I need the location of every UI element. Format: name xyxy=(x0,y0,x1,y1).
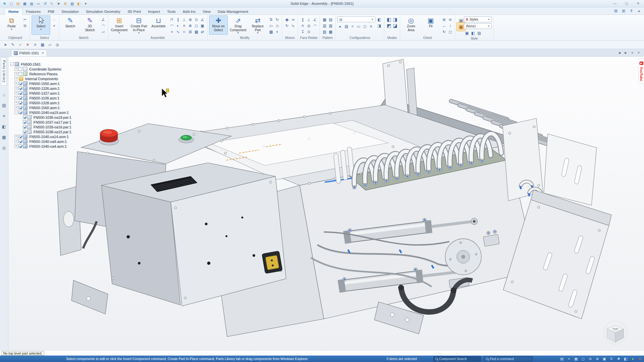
visibility-checkbox[interactable] xyxy=(19,111,22,114)
rotational-motor-icon[interactable]: ◉ xyxy=(284,16,290,23)
move-on-select-button[interactable]: ✚ Move on Select xyxy=(209,15,228,35)
tree-item-label[interactable]: Reference Planes xyxy=(28,72,58,76)
alternate-assemblies-icon[interactable]: ◧ xyxy=(1,124,7,130)
expand-icon[interactable]: + xyxy=(14,87,18,90)
emergency-stop-button[interactable] xyxy=(99,129,119,145)
connect-relation-icon[interactable]: ⊙ xyxy=(193,16,199,23)
visibility-checkbox[interactable] xyxy=(19,106,22,109)
background-style-icon[interactable]: ▤ xyxy=(476,30,482,36)
window-layout-icon[interactable]: ◧ xyxy=(76,1,82,6)
redo-icon[interactable]: ↻ xyxy=(49,1,54,6)
layers-panel-icon[interactable]: ▦ xyxy=(1,135,7,140)
component-search-input[interactable] xyxy=(439,357,476,361)
zoom-in-icon[interactable]: ⊕ xyxy=(441,16,447,23)
copy-icon[interactable]: ⧉ xyxy=(63,1,68,6)
fastener-system-icon[interactable]: ⊞ xyxy=(187,29,193,35)
tree-item[interactable]: FN500-1037-oa17.par:1 xyxy=(19,120,72,125)
expand-icon[interactable]: + xyxy=(14,135,18,138)
adjustable-mode-icon[interactable]: ◩ xyxy=(386,23,392,29)
pan-icon[interactable]: ↔ xyxy=(441,23,447,29)
maximize-button[interactable]: ▢ xyxy=(621,0,632,7)
cut-icon[interactable]: ✂ xyxy=(22,16,28,23)
face-style-icon[interactable]: ◧ xyxy=(470,30,476,36)
home-icon[interactable]: ⌂ xyxy=(1,92,7,98)
center-plane-icon[interactable]: ◻ xyxy=(193,23,199,29)
planar-align-icon[interactable]: ∥ xyxy=(175,16,181,23)
undo-icon[interactable]: ↺ xyxy=(43,1,48,6)
tree-item-label[interactable]: Coordinate Systems xyxy=(28,67,62,71)
tab-next-icon[interactable]: ▶ xyxy=(624,51,628,55)
align-component-icon[interactable]: ⌖ xyxy=(274,29,280,35)
find-command-input[interactable] xyxy=(490,357,527,361)
transfer-relation-icon[interactable]: ⇄ xyxy=(199,29,206,35)
match-coordinate-icon[interactable]: ⌖ xyxy=(169,29,175,35)
replace-part-button[interactable]: ⇄ Replace Part xyxy=(248,15,267,35)
coplanar-face-icon[interactable]: ⊙ xyxy=(306,29,312,35)
ribbon-tab-features[interactable]: Features xyxy=(23,8,44,14)
visibility-checkbox[interactable] xyxy=(19,101,22,105)
cam-relation-icon[interactable]: ◐ xyxy=(175,23,181,29)
tree-item[interactable]: FN500-1036-oa18.par:1 xyxy=(19,115,72,120)
print-icon[interactable]: ▭ xyxy=(36,1,41,6)
zoom-in-status-icon[interactable]: ⊕ xyxy=(595,356,600,361)
sheet-views-icon[interactable]: ◻ xyxy=(581,356,585,361)
visibility-checkbox[interactable] xyxy=(19,140,22,143)
sensors-panel-icon[interactable]: ◎ xyxy=(1,145,7,151)
simplify-mode-icon[interactable]: ◧ xyxy=(386,16,392,23)
visibility-checkbox[interactable] xyxy=(23,120,26,124)
edge-style-icon[interactable]: ▣ xyxy=(464,30,470,36)
scale-component-icon[interactable]: ◇ xyxy=(274,23,280,29)
view-cube-top-label[interactable]: TOP xyxy=(612,328,618,331)
visibility-checkbox[interactable] xyxy=(23,130,26,134)
tree-item[interactable]: FN500-1039-oa16.par:1 xyxy=(19,125,72,129)
configurations-dropdown[interactable]: ▤ xyxy=(337,16,375,22)
document-tab[interactable]: FN500-1561 ✕ xyxy=(11,50,47,56)
visibility-checkbox[interactable] xyxy=(23,125,26,129)
tree-item[interactable]: +Internal Components xyxy=(14,76,72,81)
simplified-view-icon[interactable]: ◻ xyxy=(362,23,368,29)
tree-item-label[interactable]: FN500-1040-oa19.asm:1 xyxy=(28,111,70,115)
tree-item-label[interactable]: FN500-1039-oa16.par:1 xyxy=(33,125,72,129)
dsub-connector[interactable] xyxy=(262,251,283,274)
circular-pattern-icon[interactable]: ▤ xyxy=(328,16,334,23)
tree-item-label[interactable]: FN500-1040-oa9.asm:1 xyxy=(28,140,68,144)
rotate-status-icon[interactable]: ↻ xyxy=(609,356,614,361)
close-button[interactable]: ✕ xyxy=(632,0,644,7)
parts-library-tab[interactable]: Parts Library xyxy=(2,57,7,86)
gear-relation-icon[interactable]: ⊗ xyxy=(187,23,193,29)
oscillate-motor-icon[interactable]: ∿ xyxy=(290,23,296,29)
equal-face-icon[interactable]: ≡ xyxy=(300,23,306,29)
face-style-dropdown[interactable]: (None) xyxy=(464,23,492,29)
document-tab-close-icon[interactable]: ✕ xyxy=(42,51,44,55)
visibility-checkbox[interactable] xyxy=(19,96,22,100)
tree-item[interactable]: +FN500-1040-oa4.asm:1 xyxy=(14,144,72,149)
expand-icon[interactable]: + xyxy=(14,106,18,109)
ribbon-tab-simulation[interactable]: Simulation xyxy=(58,8,82,14)
mate-relation-icon[interactable]: ⊓ xyxy=(169,16,175,23)
visibility-checkbox[interactable] xyxy=(19,67,22,71)
tree-item-label[interactable]: FN500-1328.asm:1 xyxy=(28,101,61,105)
ribbon-layout-icon[interactable]: ▥ xyxy=(621,8,626,13)
save-all-icon[interactable]: ▥ xyxy=(29,1,34,6)
pattern-reference-icon[interactable]: ▦ xyxy=(193,29,199,35)
prompt-grid-icon[interactable]: ▦ xyxy=(40,42,45,48)
fill-pattern-icon[interactable]: ▩ xyxy=(328,29,334,35)
ribbon-tab-pmi[interactable]: PMI xyxy=(44,8,58,14)
rotate-view-icon[interactable]: ↻ xyxy=(441,29,447,35)
view-settings-icon[interactable]: ▤ xyxy=(560,356,564,361)
tangent-face-icon[interactable]: ◠ xyxy=(312,23,318,29)
prompt-zoom-icon[interactable]: ◎ xyxy=(54,42,60,48)
select-tool-icon[interactable]: ➤ xyxy=(56,1,61,6)
capture-icon[interactable]: ● xyxy=(630,356,635,361)
record-icon[interactable]: ● xyxy=(638,356,642,361)
create-part-in-place-button[interactable]: ⊟ Create Part In-Place xyxy=(130,15,148,35)
perspective-status-icon[interactable]: ◧ xyxy=(623,356,628,361)
help-icon[interactable]: ? xyxy=(629,8,634,13)
expand-icon[interactable]: + xyxy=(14,91,18,95)
ribbon-tab-add-ins[interactable]: Add-Ins xyxy=(179,8,199,14)
select-options-icon[interactable]: ◌ xyxy=(51,16,57,23)
new-document-icon[interactable]: ▢ xyxy=(9,1,14,6)
angle-relation-icon[interactable]: ∠ xyxy=(199,16,206,23)
tree-item-label[interactable]: FN500-1327.asm:1 xyxy=(28,91,61,95)
find-command-box[interactable] xyxy=(484,356,533,361)
